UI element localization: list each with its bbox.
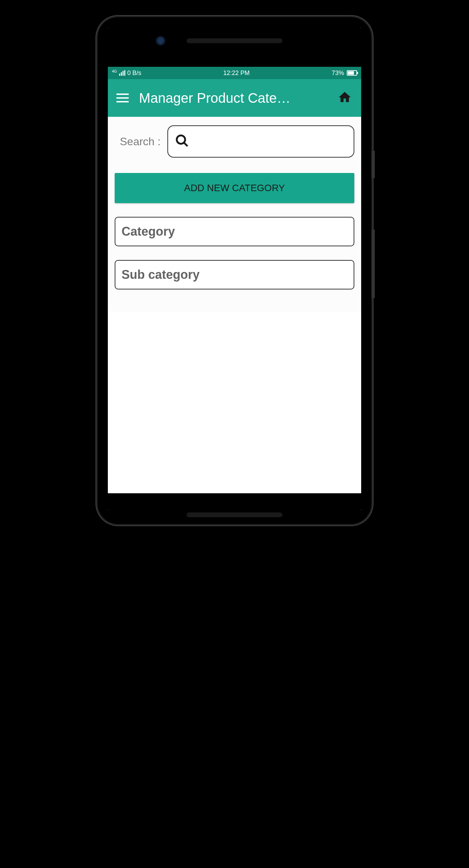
phone-speaker-top [187, 38, 282, 43]
screen-bezel-top [108, 27, 361, 67]
network-type-label: 4G [112, 69, 117, 73]
phone-speaker-bottom [187, 512, 282, 517]
menu-icon[interactable] [116, 94, 129, 102]
search-row: Search : [115, 125, 354, 158]
app-bar: Manager Product Cate… [108, 79, 361, 117]
search-box[interactable] [167, 125, 354, 158]
phone-screen: 4G 0 B/s 12:22 PM 73% [108, 27, 361, 510]
network-speed-label: 0 B/s [127, 70, 141, 77]
phone-power-button [371, 151, 375, 178]
search-label: Search : [115, 135, 161, 148]
page-title: Manager Product Cate… [139, 90, 327, 106]
screen-bezel-bottom [108, 493, 361, 510]
home-icon[interactable] [337, 90, 353, 106]
svg-point-0 [177, 135, 185, 144]
subcategory-field-label: Sub category [122, 268, 200, 282]
status-right: 73% [332, 70, 357, 77]
status-bar: 4G 0 B/s 12:22 PM 73% [108, 67, 361, 79]
category-field[interactable]: Category [115, 217, 354, 246]
search-icon [175, 134, 189, 149]
battery-icon [347, 70, 357, 76]
phone-volume-button [371, 230, 375, 298]
svg-line-1 [184, 142, 188, 146]
phone-camera [156, 36, 165, 46]
content-area: Search : ADD NEW CATEGORY Category [108, 117, 361, 312]
status-left: 4G 0 B/s [112, 70, 141, 77]
subcategory-field[interactable]: Sub category [115, 260, 354, 289]
add-new-category-button[interactable]: ADD NEW CATEGORY [115, 173, 354, 203]
category-field-label: Category [122, 224, 175, 238]
status-time: 12:22 PM [223, 70, 250, 77]
battery-percent-label: 73% [332, 70, 344, 77]
search-input[interactable] [194, 136, 347, 147]
phone-device-frame: 4G 0 B/s 12:22 PM 73% [98, 17, 371, 524]
signal-icon [119, 70, 125, 76]
